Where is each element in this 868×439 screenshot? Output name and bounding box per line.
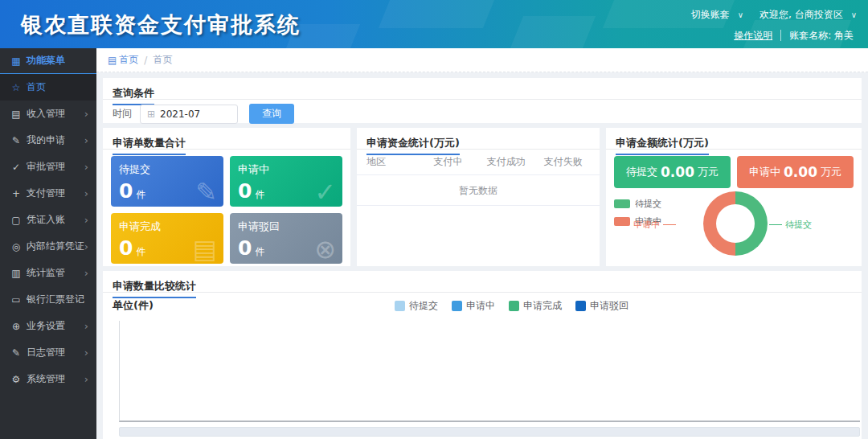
legend-item-pending[interactable]: 待提交 bbox=[395, 299, 438, 313]
summary-panel-header: 申请单数量合计 bbox=[103, 128, 350, 150]
stat-card-processing: 申请中 0件 ✓ bbox=[230, 156, 342, 207]
time-label: 时间 bbox=[113, 107, 132, 121]
badge-value: 0.00 bbox=[784, 164, 817, 180]
sidebar-item-statistics[interactable]: ▥ 统计监管 › bbox=[0, 260, 96, 286]
query-panel-header: 查询条件 bbox=[103, 78, 862, 100]
time-input[interactable]: ⊞ 2021-07 bbox=[140, 105, 238, 124]
chevron-right-icon: › bbox=[84, 108, 88, 120]
edit-document-icon: ✎ bbox=[195, 179, 217, 205]
query-form: 时间 ⊞ 2021-07 查询 bbox=[103, 100, 862, 124]
legend-item-processing[interactable]: 申请中 bbox=[452, 299, 495, 313]
edit-icon: ✎ bbox=[10, 347, 22, 359]
chart-datazoom-slider[interactable] bbox=[119, 427, 860, 437]
chevron-right-icon: › bbox=[84, 214, 88, 226]
donut-chart-area: 待提交 申请中 申请中 待提交 bbox=[606, 195, 862, 266]
sidebar-item-my-applications[interactable]: ✎ 我的申请 › bbox=[0, 127, 96, 154]
chevron-down-icon[interactable]: ∨ bbox=[851, 10, 857, 19]
plus-icon: + bbox=[10, 188, 22, 199]
check-icon: ✓ bbox=[10, 162, 22, 173]
legend-item-rejected[interactable]: 申请驳回 bbox=[575, 299, 628, 313]
legend-label: 待提交 bbox=[635, 198, 661, 210]
account-name-label: 账套名称: 角美 bbox=[789, 29, 854, 43]
legend-item-completed[interactable]: 申请完成 bbox=[509, 299, 562, 313]
funds-panel: 申请资金统计(万元) 地区 支付中 支付成功 支付失败 暂无数据 bbox=[357, 128, 600, 266]
legend-swatch bbox=[509, 301, 519, 311]
header-user-area: 切换账套 ∨ 欢迎您, 台商投资区 ∨ 操作说明 账套名称: 角美 bbox=[691, 5, 857, 45]
donut-label-text: 申请中 bbox=[633, 219, 660, 231]
breadcrumb-separator: / bbox=[144, 55, 147, 66]
gear-icon: ⚙ bbox=[10, 374, 22, 385]
bar-chart-plot-area bbox=[119, 321, 860, 422]
sidebar-item-voucher-entry[interactable]: ▢ 凭证入账 › bbox=[0, 207, 96, 233]
legend-label: 待提交 bbox=[409, 299, 438, 313]
sidebar-item-home[interactable]: ☆ 首页 bbox=[0, 74, 96, 101]
briefcase-icon: ▢ bbox=[10, 215, 22, 226]
chevron-right-icon: › bbox=[84, 347, 88, 359]
query-panel-title: 查询条件 bbox=[113, 86, 154, 105]
breadcrumb-root[interactable]: 首页 bbox=[119, 53, 138, 67]
stat-card-pending: 待提交 0件 ✎ bbox=[111, 156, 223, 207]
badge-label: 申请中 bbox=[749, 165, 780, 179]
list-check-icon: ✓ bbox=[314, 179, 336, 205]
column-header: 地区 bbox=[366, 155, 420, 169]
menu-header-label: 功能菜单 bbox=[27, 54, 65, 68]
welcome-user-dropdown[interactable]: 欢迎您, 台商投资区 bbox=[760, 8, 843, 22]
stat-card-label: 申请完成 bbox=[119, 220, 215, 234]
stat-card-completed: 申请完成 0件 ▤ bbox=[111, 213, 223, 264]
operation-guide-link[interactable]: 操作说明 bbox=[734, 29, 772, 43]
amount-panel-header: 申请金额统计(万元) bbox=[606, 128, 862, 150]
sidebar-item-income[interactable]: ▤ 收入管理 › bbox=[0, 101, 96, 127]
stat-card-value: 0 bbox=[119, 236, 133, 260]
sidebar-item-approval[interactable]: ✓ 审批管理 › bbox=[0, 154, 96, 180]
legend-item-pending[interactable]: 待提交 bbox=[614, 198, 661, 210]
badge-value: 0.00 bbox=[661, 164, 694, 180]
funds-panel-header: 申请资金统计(万元) bbox=[357, 128, 600, 150]
pencil-icon: ✎ bbox=[10, 135, 22, 146]
chevron-down-icon[interactable]: ∨ bbox=[738, 10, 743, 19]
sidebar-menu-header[interactable]: ▦ 功能菜单 bbox=[0, 48, 96, 74]
sidebar-item-log[interactable]: ✎ 日志管理 › bbox=[0, 339, 96, 366]
sidebar-item-business-settings[interactable]: ⊕ 业务设置 › bbox=[0, 313, 96, 339]
search-button[interactable]: 查询 bbox=[249, 104, 294, 124]
empty-data-text: 暂无数据 bbox=[357, 175, 600, 206]
summary-panel: 申请单数量合计 待提交 0件 ✎ 申请中 0件 ✓ 申请完成 0件 ▤ 申请驳回 bbox=[103, 128, 350, 266]
breadcrumb-current: 首页 bbox=[153, 53, 172, 67]
divider bbox=[780, 30, 781, 41]
switch-account-dropdown[interactable]: 切换账套 bbox=[691, 8, 730, 22]
breadcrumb: ▤ 首页 / 首页 bbox=[96, 48, 868, 72]
stat-card-label: 申请中 bbox=[238, 162, 334, 177]
sidebar-item-bank-draft[interactable]: ▭ 银行汇票登记 bbox=[0, 286, 96, 313]
sidebar-item-label: 系统管理 bbox=[27, 372, 65, 386]
calendar-icon: ⊞ bbox=[147, 109, 155, 120]
sidebar-item-payment[interactable]: + 支付管理 › bbox=[0, 180, 96, 207]
badge-unit: 万元 bbox=[698, 165, 719, 179]
target-icon: ◎ bbox=[10, 241, 22, 252]
sidebar: ▦ 功能菜单 ☆ 首页 ▤ 收入管理 › ✎ 我的申请 › ✓ 审批管理 › +… bbox=[0, 48, 96, 439]
legend-label: 申请完成 bbox=[523, 299, 562, 313]
app-title: 银农直联资金支付审批系统 bbox=[21, 10, 301, 39]
comparison-chart-toolbar: 单位(件) 待提交 申请中 申请完成 申请驳回 bbox=[103, 293, 862, 313]
donut-label-text: 待提交 bbox=[785, 219, 812, 231]
sidebar-item-label: 首页 bbox=[27, 80, 46, 94]
funds-panel-title: 申请资金统计(万元) bbox=[366, 136, 460, 155]
column-header: 支付失败 bbox=[536, 155, 590, 169]
sidebar-item-label: 我的申请 bbox=[27, 133, 65, 147]
sidebar-item-internal-settlement[interactable]: ◎ 内部结算凭证 › bbox=[0, 233, 96, 260]
badge-unit: 万元 bbox=[821, 165, 841, 179]
sidebar-item-system[interactable]: ⚙ 系统管理 › bbox=[0, 366, 96, 392]
query-panel: 查询条件 时间 ⊞ 2021-07 查询 bbox=[103, 78, 862, 123]
app-header: 银农直联资金支付审批系统 切换账套 ∨ 欢迎您, 台商投资区 ∨ 操作说明 账套… bbox=[0, 0, 868, 48]
legend-label: 申请驳回 bbox=[590, 299, 628, 313]
stat-card-label: 申请驳回 bbox=[238, 220, 334, 234]
stat-card-unit: 件 bbox=[255, 189, 264, 200]
column-header: 支付成功 bbox=[476, 155, 536, 169]
sidebar-item-label: 内部结算凭证 bbox=[27, 240, 84, 253]
stat-card-unit: 件 bbox=[255, 246, 264, 257]
legend-swatch bbox=[395, 301, 405, 311]
rect-icon: ▭ bbox=[10, 294, 22, 306]
header-decoration bbox=[506, 16, 596, 48]
chevron-right-icon: › bbox=[84, 134, 88, 146]
stat-card-unit: 件 bbox=[136, 189, 145, 200]
chevron-right-icon: › bbox=[84, 161, 88, 173]
chevron-right-icon: › bbox=[84, 373, 88, 385]
